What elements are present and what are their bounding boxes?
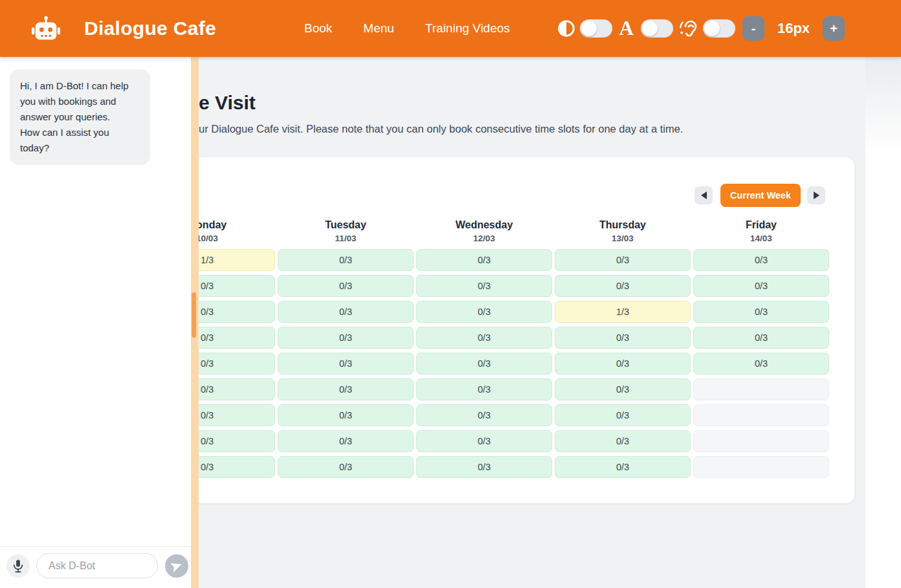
app-header: Dialogue Cafe Book Menu Training Videos …: [0, 0, 901, 57]
day-date: 11/03: [278, 232, 414, 245]
hearing-assist-toggle[interactable]: [703, 19, 735, 38]
slot-cell[interactable]: 0/3: [278, 404, 414, 426]
slot-cell[interactable]: 0/3: [416, 353, 552, 375]
chevron-left-icon: [701, 191, 707, 199]
slot-cell[interactable]: 0/3: [416, 378, 552, 400]
day-column-friday: Friday14/030/30/30/30/30/3: [693, 218, 829, 482]
slot-cell[interactable]: 0/3: [416, 275, 552, 297]
slot-cell[interactable]: 0/3: [278, 249, 414, 271]
slot-cell[interactable]: 1/3: [555, 301, 691, 323]
toggle-knob: [704, 21, 720, 36]
large-text-toggle[interactable]: [641, 19, 673, 38]
day-label: Thursday: [555, 218, 691, 232]
day-label: Tuesday: [278, 218, 414, 232]
slot-cell[interactable]: 0/3: [555, 404, 691, 426]
right-margin-strip: [865, 57, 901, 588]
previous-week-button[interactable]: [695, 186, 713, 204]
day-date: 12/03: [416, 232, 552, 245]
slot-cell[interactable]: 0/3: [693, 301, 829, 323]
slot-cell[interactable]: 0/3: [555, 353, 691, 375]
slot-cell[interactable]: 0/3: [693, 249, 829, 271]
page-subtitle: ur Dialogue Cafe visit. Please note that…: [199, 123, 683, 135]
font-size-decrease-button[interactable]: -: [742, 16, 764, 41]
slot-cell[interactable]: 0/3: [416, 249, 552, 271]
slot-cell[interactable]: 0/3: [693, 353, 829, 375]
toggle-knob: [581, 21, 597, 36]
day-date: 13/03: [555, 232, 691, 245]
day-column-thursday: Thursday13/030/30/31/30/30/30/30/30/30/3: [555, 218, 691, 482]
slot-cell[interactable]: 0/3: [278, 301, 414, 323]
slot-cell[interactable]: 0/3: [693, 327, 829, 349]
slot-cell[interactable]: 0/3: [555, 378, 691, 400]
accessibility-controls: A - 16px +: [557, 0, 845, 57]
slot-cell[interactable]: 0/3: [278, 456, 414, 478]
slot-cell[interactable]: 0/3: [693, 275, 829, 297]
paper-plane-icon: [169, 558, 184, 573]
slot-cell[interactable]: 0/3: [416, 301, 552, 323]
letter-a-icon: A: [619, 19, 634, 38]
brand-title[interactable]: Dialogue Cafe: [84, 0, 216, 57]
slot-cell[interactable]: 0/3: [416, 430, 552, 452]
chat-input-bar: [0, 546, 191, 588]
toggle-knob: [642, 21, 658, 36]
slot-cell[interactable]: 0/3: [278, 378, 414, 400]
day-label: Friday: [693, 218, 829, 232]
slot-cell[interactable]: 0/3: [555, 249, 691, 271]
slot-cell[interactable]: 0/3: [278, 430, 414, 452]
page-title: e Visit: [199, 92, 256, 114]
bot-message-bubble: Hi, I am D-Bot! I can help you with book…: [10, 69, 150, 165]
slot-cell[interactable]: 0/3: [416, 456, 552, 478]
microphone-button[interactable]: [6, 554, 30, 578]
nav-book[interactable]: Book: [304, 21, 332, 36]
main-nav: Book Menu Training Videos: [304, 0, 510, 57]
ask-dbot-input[interactable]: [36, 553, 158, 578]
current-week-button[interactable]: Current Week: [720, 184, 801, 207]
slot-cell[interactable]: 0/3: [555, 327, 691, 349]
scrollbar-thumb[interactable]: [192, 292, 196, 338]
slot-cell[interactable]: 0/3: [278, 275, 414, 297]
slot-cell[interactable]: 0/3: [555, 430, 691, 452]
slot-cell: [693, 378, 829, 400]
scrollbar-track[interactable]: [191, 57, 199, 588]
day-column-wednesday: Wednesday12/030/30/30/30/30/30/30/30/30/…: [416, 218, 552, 482]
robot-icon[interactable]: [31, 16, 61, 43]
font-size-value: 16px: [777, 20, 810, 37]
slot-cell[interactable]: 0/3: [555, 275, 691, 297]
send-button[interactable]: [165, 554, 188, 578]
nav-training-videos[interactable]: Training Videos: [425, 21, 510, 36]
next-week-button[interactable]: [807, 186, 825, 204]
slot-cell[interactable]: 0/3: [416, 404, 552, 426]
day-date: 14/03: [693, 232, 829, 245]
day-label: Wednesday: [416, 218, 552, 232]
hearing-assist-icon: [678, 18, 698, 39]
slot-cell[interactable]: 0/3: [278, 327, 414, 349]
slot-cell[interactable]: 0/3: [416, 327, 552, 349]
nav-menu[interactable]: Menu: [363, 21, 394, 36]
slot-cell: [693, 430, 829, 452]
contrast-toggle[interactable]: [580, 19, 612, 38]
slot-cell[interactable]: 0/3: [555, 456, 691, 478]
day-column-tuesday: Tuesday11/030/30/30/30/30/30/30/30/30/3: [278, 218, 414, 482]
slot-cell: [693, 404, 829, 426]
app-window: e Visit ur Dialogue Cafe visit. Please n…: [0, 0, 901, 588]
microphone-icon: [12, 559, 25, 573]
chevron-right-icon: [814, 191, 819, 199]
slot-cell[interactable]: 0/3: [278, 353, 414, 375]
font-size-increase-button[interactable]: +: [823, 16, 845, 41]
chatbot-sidebar: Hi, I am D-Bot! I can help you with book…: [0, 57, 191, 588]
half-circle-contrast-icon: [557, 19, 575, 38]
slot-cell: [693, 456, 829, 478]
